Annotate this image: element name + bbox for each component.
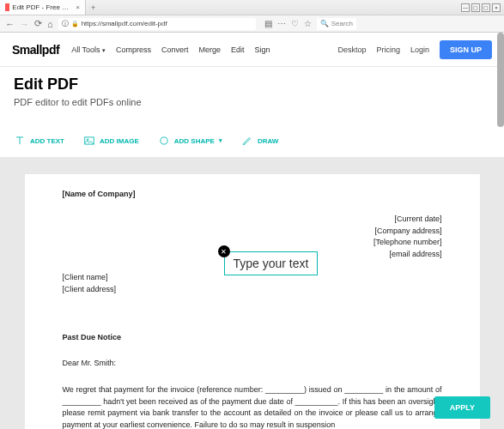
text-edit-box[interactable]: ✕ Type your text bbox=[224, 251, 319, 275]
shape-icon bbox=[158, 135, 170, 147]
url-text: https://smallpdf.com/edit-pdf bbox=[82, 20, 167, 27]
tab-close-icon[interactable]: × bbox=[76, 3, 80, 11]
signup-button[interactable]: SIGN UP bbox=[440, 40, 492, 59]
company-address-field: [Company address] bbox=[63, 226, 442, 238]
browser-window: Edit PDF - Free PDF Editor Wo… × + — ▢ ▢… bbox=[0, 0, 504, 429]
reader-icon[interactable]: ▤ bbox=[264, 19, 272, 28]
telephone-field: [Telephone number] bbox=[63, 237, 442, 249]
apply-button[interactable]: APPLY bbox=[434, 396, 490, 419]
nav-sign[interactable]: Sign bbox=[255, 45, 270, 54]
search-icon: 🔍 bbox=[320, 20, 329, 27]
new-tab-icon[interactable]: + bbox=[86, 3, 100, 12]
add-shape-button[interactable]: ADD SHAPE ▾ bbox=[158, 135, 222, 147]
nav-merge[interactable]: Merge bbox=[199, 45, 222, 54]
reload-icon[interactable]: ⟳ bbox=[34, 18, 42, 29]
body-paragraph: We regret that payment for the invoice (… bbox=[63, 384, 442, 429]
heart-icon[interactable]: ♡ bbox=[291, 19, 299, 28]
login-link[interactable]: Login bbox=[410, 45, 429, 54]
page-subtitle: PDF editor to edit PDFs online bbox=[14, 97, 490, 107]
close-window-icon[interactable]: × bbox=[492, 3, 501, 12]
company-name-field: [Name of Company] bbox=[63, 190, 442, 198]
favicon bbox=[5, 3, 9, 11]
client-address-field: [Client address] bbox=[63, 284, 442, 296]
pencil-icon bbox=[241, 135, 253, 147]
scrollbar[interactable] bbox=[497, 33, 504, 127]
url-input[interactable]: ⓘ 🔒 https://smallpdf.com/edit-pdf bbox=[58, 18, 256, 30]
nav-edit[interactable]: Edit bbox=[231, 45, 245, 54]
maximize-icon[interactable]: ▢ bbox=[482, 3, 490, 12]
forward-icon[interactable]: → bbox=[20, 19, 29, 29]
current-date-field: [Current date] bbox=[63, 214, 442, 226]
logo[interactable]: Smallpdf bbox=[12, 43, 59, 57]
header-right: Desktop Pricing Login SIGN UP bbox=[337, 40, 492, 59]
greeting-line: Dear Mr. Smith: bbox=[63, 359, 442, 367]
minimize-icon[interactable]: — bbox=[461, 3, 470, 12]
add-image-button[interactable]: ADD IMAGE bbox=[83, 135, 139, 147]
nav-pricing[interactable]: Pricing bbox=[376, 45, 400, 54]
nav-convert[interactable]: Convert bbox=[161, 45, 189, 54]
chevron-down-icon: ▾ bbox=[219, 137, 222, 144]
notice-heading: Past Due Notice bbox=[63, 333, 442, 341]
window-controls: — ▢ ▢ × bbox=[461, 3, 504, 12]
chevron-down-icon: ▾ bbox=[102, 47, 106, 53]
search-input[interactable]: 🔍 Search bbox=[317, 18, 356, 30]
close-icon[interactable]: ✕ bbox=[218, 245, 230, 257]
nav-compress[interactable]: Compress bbox=[116, 45, 151, 54]
tab-title: Edit PDF - Free PDF Editor Wo… bbox=[12, 3, 72, 11]
nav-all-tools[interactable]: All Tools ▾ bbox=[71, 45, 106, 54]
lock-icon: 🔒 bbox=[71, 21, 79, 27]
browser-tab[interactable]: Edit PDF - Free PDF Editor Wo… × bbox=[0, 0, 86, 15]
nav-desktop[interactable]: Desktop bbox=[337, 45, 366, 54]
address-bar: ← → ⟳ ⌂ ⓘ 🔒 https://smallpdf.com/edit-pd… bbox=[0, 15, 504, 33]
title-bar: Edit PDF - Free PDF Editor Wo… × + — ▢ ▢… bbox=[0, 0, 504, 15]
home-icon[interactable]: ⌂ bbox=[47, 19, 53, 29]
page-title: Edit PDF bbox=[14, 76, 490, 94]
app-header: Smallpdf All Tools ▾ Compress Convert Me… bbox=[0, 33, 504, 67]
back-icon[interactable]: ← bbox=[5, 19, 15, 29]
draw-button[interactable]: DRAW bbox=[241, 135, 278, 147]
text-icon bbox=[14, 135, 26, 147]
client-block: [Client name] [Client address] bbox=[63, 272, 442, 295]
info-icon: ⓘ bbox=[62, 19, 69, 28]
image-icon bbox=[83, 135, 95, 147]
editor-area[interactable]: [Name of Company] [Current date] [Compan… bbox=[0, 157, 504, 429]
textbox-placeholder: Type your text bbox=[234, 257, 309, 270]
restore-icon[interactable]: ▢ bbox=[471, 3, 480, 12]
more-icon[interactable]: ⋯ bbox=[277, 19, 286, 28]
svg-point-2 bbox=[161, 137, 167, 144]
edit-toolbar: ADD TEXT ADD IMAGE ADD SHAPE ▾ DRAW bbox=[0, 119, 504, 157]
document-page[interactable]: [Name of Company] [Current date] [Compan… bbox=[25, 174, 480, 429]
bookmark-icon[interactable]: ☆ bbox=[304, 19, 312, 28]
search-placeholder: Search bbox=[331, 20, 353, 27]
page-title-area: Edit PDF PDF editor to edit PDFs online bbox=[0, 67, 504, 119]
nav-links: All Tools ▾ Compress Convert Merge Edit … bbox=[71, 45, 270, 54]
add-text-button[interactable]: ADD TEXT bbox=[14, 135, 64, 147]
